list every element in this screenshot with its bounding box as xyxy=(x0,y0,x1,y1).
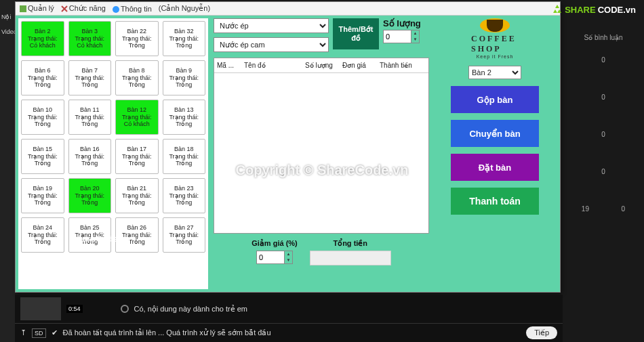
qty-up-icon[interactable]: ▲ xyxy=(411,30,419,37)
table-cell[interactable]: Bàn 13Trạng thái:Trống xyxy=(163,100,206,135)
radio-label: Có, nội dung này dành cho trẻ em xyxy=(134,305,247,314)
coffee-cup-icon xyxy=(480,18,510,33)
table-cell[interactable]: Bàn 16Trạng thái:Trống xyxy=(68,139,112,174)
table-cell[interactable]: Bàn 21Trạng thái:Trống xyxy=(115,178,159,213)
processing-text: Đã hoàn tất quá trình tải lên ... Quá tr… xyxy=(63,328,271,337)
table-cell[interactable]: Bàn 3Trạng thái:Có khách xyxy=(68,21,112,56)
tables-grid: Bàn 2Trạng thái:Có kháchBàn 3Trạng thái:… xyxy=(18,18,208,289)
move-table-button[interactable]: Chuyển bàn xyxy=(451,120,539,147)
category-select[interactable]: Nước ép xyxy=(214,18,329,33)
host-left-rail: NộiVideo xyxy=(0,9,15,39)
table-cell[interactable]: Bàn 19Trạng thái:Trống xyxy=(21,178,64,213)
next-button[interactable]: Tiếp xyxy=(526,326,557,339)
menu-thongtin[interactable]: Thông tin xyxy=(113,5,152,13)
table-cell[interactable]: Bàn 6Trạng thái:Trống xyxy=(21,60,64,95)
order-table: Mã ... Tên đồ Số lượng Đơn giá Thành tiề… xyxy=(214,58,429,234)
discount-label: Giảm giá (%) xyxy=(251,239,298,248)
total-label: Tổng tiền xyxy=(333,239,367,248)
table-cell[interactable]: Bàn 2Trạng thái:Có khách xyxy=(21,21,64,56)
menubar: Quản lý Chức năng Thông tin (Cảnh Nguyễn… xyxy=(16,2,560,16)
recycle-icon xyxy=(552,4,563,15)
host-right-stats: Số bình luận 0 0 0 0 190 xyxy=(563,0,644,228)
table-cell[interactable]: Bàn 15Trạng thái:Trống xyxy=(21,139,64,174)
menu-user: (Cảnh Nguyễn) xyxy=(159,4,210,13)
col-total: Thành tiền xyxy=(377,62,428,69)
quantity-input[interactable] xyxy=(383,30,411,43)
svg-point-1 xyxy=(113,6,119,13)
brand-logo: COFFEE SHOP Keep it Fresh xyxy=(471,18,519,59)
checkout-button[interactable]: Thanh toán xyxy=(451,188,539,215)
table-cell[interactable]: Bàn 18Trạng thái:Trống xyxy=(163,139,206,174)
discount-stepper[interactable]: ▲▼ xyxy=(256,251,293,264)
qty-down-icon[interactable]: ▼ xyxy=(411,37,419,43)
table-cell[interactable]: Bàn 24Trạng thái:Trống xyxy=(21,217,64,253)
product-select[interactable]: Nước ép cam xyxy=(214,37,329,52)
table-cell[interactable]: Bàn 25Trạng thái:Trống xyxy=(68,217,112,253)
col-price: Đơn giá xyxy=(340,62,377,69)
host-bottom-bar: 0:54 Có, nội dung này dành cho trẻ em ⤒ … xyxy=(15,295,563,342)
table-select[interactable]: Bàn 2 xyxy=(468,66,521,79)
svg-rect-0 xyxy=(20,5,26,12)
total-value xyxy=(310,251,391,265)
table-cell[interactable]: Bàn 26Trạng thái:Trống xyxy=(115,217,159,253)
table-cell[interactable]: Bàn 27Trạng thái:Trống xyxy=(163,217,206,253)
radio-icon[interactable] xyxy=(121,305,129,313)
table-cell[interactable]: Bàn 20Trạng thái:Trống xyxy=(68,178,112,213)
table-cell[interactable]: Bàn 8Trạng thái:Trống xyxy=(115,60,159,95)
table-cell[interactable]: Bàn 17Trạng thái:Trống xyxy=(115,139,159,174)
quantity-label: Số lượng xyxy=(383,18,421,28)
upload-icon: ⤒ xyxy=(20,328,26,337)
col-qty: Số lượng xyxy=(302,62,340,69)
discount-input[interactable] xyxy=(256,251,285,264)
table-cell[interactable]: Bàn 9Trạng thái:Trống xyxy=(163,60,206,95)
menu-chucnang[interactable]: Chức năng xyxy=(61,4,106,13)
add-remove-button[interactable]: Thêm/Bớtđồ xyxy=(333,18,379,49)
sd-badge: SD xyxy=(32,328,46,338)
pos-app-window: Quản lý Chức năng Thông tin (Cảnh Nguyễn… xyxy=(15,1,561,293)
col-name: Tên đồ xyxy=(241,62,302,69)
reserve-table-button[interactable]: Đặt bàn xyxy=(451,154,539,181)
table-cell[interactable]: Bàn 7Trạng thái:Trống xyxy=(68,60,112,95)
merge-table-button[interactable]: Gộp bàn xyxy=(451,86,539,113)
watermark-logo: SHARECODE.vn xyxy=(552,4,636,15)
table-cell[interactable]: Bàn 22Trạng thái:Trống xyxy=(115,21,159,56)
table-cell[interactable]: Bàn 32Trạng thái:Trống xyxy=(163,21,206,56)
check-icon: ✔ xyxy=(52,328,58,337)
table-cell[interactable]: Bàn 10Trạng thái:Trống xyxy=(21,100,64,135)
menu-quanly[interactable]: Quản lý xyxy=(20,4,54,13)
table-cell[interactable]: Bàn 12Trạng thái:Có khách xyxy=(115,100,159,135)
quantity-stepper[interactable]: ▲▼ xyxy=(383,30,421,43)
table-cell[interactable]: Bàn 11Trạng thái:Trống xyxy=(68,100,112,135)
video-thumb[interactable] xyxy=(20,297,61,320)
col-code: Mã ... xyxy=(214,62,241,69)
table-cell[interactable]: Bàn 23Trạng thái:Trống xyxy=(163,178,206,213)
